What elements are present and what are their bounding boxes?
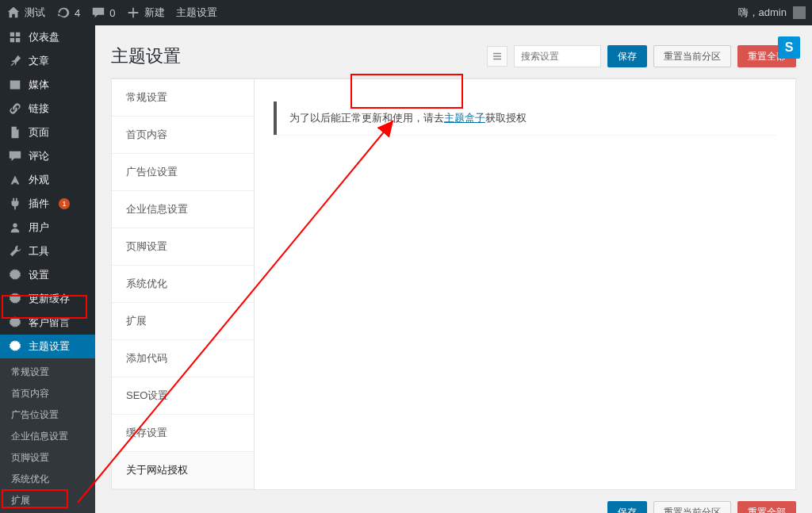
topbar-theme-settings-link[interactable]: 主题设置 <box>176 6 217 20</box>
settings-tab-2[interactable]: 广告位设置 <box>112 154 254 191</box>
theme-box-link[interactable]: 主题盒子 <box>444 112 485 124</box>
settings-tab-10[interactable]: 关于网站授权 <box>112 452 254 489</box>
comments-count: 0 <box>109 7 115 19</box>
pin-icon <box>8 54 22 68</box>
sidebar-item-label: 工具 <box>29 244 49 258</box>
refresh-icon <box>56 6 71 20</box>
search-input[interactable] <box>514 45 601 67</box>
settings-tab-9[interactable]: 缓存设置 <box>112 415 254 452</box>
comment-icon <box>91 6 105 20</box>
sidebar-item-4[interactable]: 页面 <box>0 121 95 144</box>
sidebar-subitem-2[interactable]: 广告位设置 <box>0 404 95 426</box>
sidebar-item-13[interactable]: 主题设置 <box>0 335 95 358</box>
settings-icon <box>8 339 22 354</box>
admin-sidebar: 仪表盘文章媒体链接页面评论外观插件1用户工具设置更新缓存客户留言主题设置常规设置… <box>0 25 95 513</box>
plus-icon <box>126 6 140 20</box>
sidebar-subitem-6[interactable]: 扩展 <box>0 490 95 511</box>
sidebar-item-2[interactable]: 媒体 <box>0 73 95 97</box>
page-icon <box>8 125 22 140</box>
sidebar-item-6[interactable]: 外观 <box>0 168 95 192</box>
sidebar-item-8[interactable]: 用户 <box>0 216 95 239</box>
settings-tab-3[interactable]: 企业信息设置 <box>112 191 254 228</box>
updates-count: 4 <box>75 7 80 19</box>
sidebar-subitem-3[interactable]: 企业信息设置 <box>0 426 95 447</box>
brand-float-icon[interactable]: S <box>778 36 800 59</box>
sidebar-subitem-4[interactable]: 页脚设置 <box>0 447 95 469</box>
sidebar-item-12[interactable]: 客户留言 <box>0 311 95 335</box>
greeting: 嗨，admin <box>738 6 787 20</box>
reset-section-button-footer[interactable]: 重置当前分区 <box>653 501 731 513</box>
footer-actions: 保存 重置当前分区 重置全部 <box>111 490 796 513</box>
tools-icon <box>8 244 22 258</box>
sidebar-item-label: 用户 <box>29 220 49 235</box>
link-icon <box>8 101 22 116</box>
reset-all-button-footer[interactable]: 重置全部 <box>737 501 796 513</box>
sidebar-item-3[interactable]: 链接 <box>0 97 95 121</box>
settings-tab-4[interactable]: 页脚设置 <box>112 228 254 266</box>
settings-icon <box>8 292 22 306</box>
list-toggle-button[interactable] <box>487 46 508 67</box>
site-home-link[interactable]: 测试 <box>6 6 45 20</box>
page-title: 主题设置 <box>111 44 181 68</box>
sidebar-item-label: 外观 <box>29 173 49 187</box>
sidebar-item-label: 媒体 <box>29 78 49 92</box>
settings-panel: 常规设置首页内容广告位设置企业信息设置页脚设置系统优化扩展添加代码SEO设置缓存… <box>111 78 796 490</box>
user-icon <box>8 220 22 235</box>
sidebar-item-label: 评论 <box>29 149 49 163</box>
sidebar-subitem-0[interactable]: 常规设置 <box>0 362 95 383</box>
dashboard-icon <box>8 30 22 44</box>
avatar[interactable] <box>793 6 806 19</box>
sidebar-item-label: 主题设置 <box>29 339 70 354</box>
sidebar-item-label: 文章 <box>29 54 49 68</box>
settings-tab-8[interactable]: SEO设置 <box>112 377 254 415</box>
sidebar-item-label: 页面 <box>29 125 49 140</box>
settings-icon <box>8 316 22 330</box>
media-icon <box>8 78 22 92</box>
sidebar-item-label: 客户留言 <box>29 316 70 330</box>
sidebar-item-label: 仪表盘 <box>29 30 59 44</box>
sidebar-item-5[interactable]: 评论 <box>0 144 95 168</box>
sidebar-item-9[interactable]: 工具 <box>0 239 95 263</box>
settings-tab-1[interactable]: 首页内容 <box>112 117 254 154</box>
main-content: 主题设置 保存 重置当前分区 重置全部 常规设置首页内容广告位设置企业信息设置页… <box>95 25 812 513</box>
settings-tabs: 常规设置首页内容广告位设置企业信息设置页脚设置系统优化扩展添加代码SEO设置缓存… <box>112 79 255 489</box>
home-icon <box>6 6 21 20</box>
updates-link[interactable]: 4 <box>56 6 80 20</box>
save-button[interactable]: 保存 <box>607 45 647 67</box>
update-badge: 1 <box>59 198 70 209</box>
sidebar-item-7[interactable]: 插件1 <box>0 192 95 216</box>
sidebar-submenu: 常规设置首页内容广告位设置企业信息设置页脚设置系统优化扩展添加代码SEO设置缓存… <box>0 358 95 513</box>
site-name: 测试 <box>25 6 45 20</box>
sidebar-item-10[interactable]: 设置 <box>0 263 95 287</box>
sidebar-item-11[interactable]: 更新缓存 <box>0 287 95 311</box>
appearance-icon <box>8 173 22 187</box>
sidebar-item-0[interactable]: 仪表盘 <box>0 25 95 49</box>
settings-icon <box>8 268 22 282</box>
settings-content: 为了以后能正常更新和使用，请去主题盒子获取授权 <box>255 79 795 489</box>
auth-notice: 为了以后能正常更新和使用，请去主题盒子获取授权 <box>274 101 776 135</box>
save-button-footer[interactable]: 保存 <box>607 501 647 513</box>
sidebar-item-label: 链接 <box>29 101 49 116</box>
reset-section-button[interactable]: 重置当前分区 <box>653 45 731 67</box>
plugin-icon <box>8 197 22 211</box>
settings-tab-0[interactable]: 常规设置 <box>112 79 254 117</box>
page-header: 主题设置 保存 重置当前分区 重置全部 <box>111 33 796 78</box>
admin-bar: 测试 4 0 新建 主题设置 嗨，admin <box>0 0 812 25</box>
sidebar-item-label: 更新缓存 <box>29 292 70 306</box>
sidebar-subitem-1[interactable]: 首页内容 <box>0 383 95 404</box>
sidebar-item-1[interactable]: 文章 <box>0 49 95 73</box>
new-content-link[interactable]: 新建 <box>126 6 165 20</box>
new-label: 新建 <box>144 6 165 20</box>
sidebar-item-label: 插件 <box>29 197 49 211</box>
settings-tab-7[interactable]: 添加代码 <box>112 340 254 377</box>
settings-tab-6[interactable]: 扩展 <box>112 303 254 340</box>
comment-icon <box>8 149 22 163</box>
comments-link[interactable]: 0 <box>91 6 115 20</box>
sidebar-item-label: 设置 <box>29 268 49 282</box>
sidebar-subitem-5[interactable]: 系统优化 <box>0 469 95 490</box>
settings-tab-5[interactable]: 系统优化 <box>112 266 254 303</box>
